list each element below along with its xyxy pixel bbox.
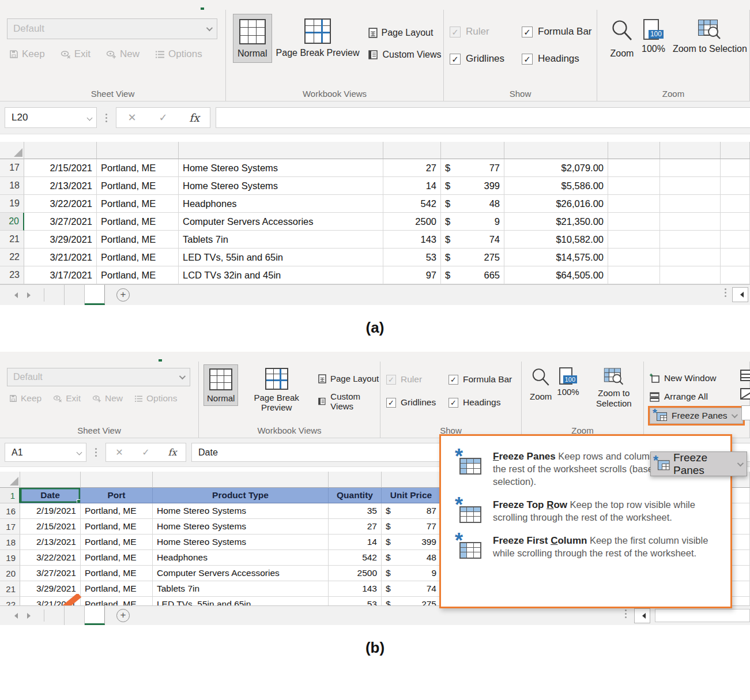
column-header[interactable] bbox=[179, 142, 383, 159]
column-header[interactable] bbox=[504, 142, 608, 159]
column-header[interactable] bbox=[97, 142, 179, 159]
cell-unit-price[interactable]: $275 bbox=[382, 597, 441, 605]
row-number[interactable]: 1 bbox=[0, 488, 20, 503]
cell-empty[interactable] bbox=[660, 266, 721, 284]
cell-header-product[interactable]: Product Type bbox=[153, 488, 329, 503]
cell-port[interactable]: Portland, ME bbox=[81, 535, 153, 550]
cell-unit-price[interactable]: $9 bbox=[382, 566, 441, 581]
row-number[interactable]: 16 bbox=[0, 503, 20, 519]
cell-port[interactable]: Portland, ME bbox=[81, 581, 153, 597]
row-number[interactable]: 20 bbox=[0, 566, 20, 581]
column-header[interactable] bbox=[608, 142, 660, 159]
keep-button[interactable]: Keep bbox=[9, 393, 42, 404]
hscroll-track[interactable] bbox=[655, 609, 750, 622]
cell-header-date[interactable]: Date bbox=[20, 488, 81, 503]
cell-product[interactable]: Computer Servers Accessories bbox=[153, 566, 329, 581]
cell-quantity[interactable]: 14 bbox=[329, 535, 382, 550]
cell-total[interactable]: $2,079.00 bbox=[504, 159, 608, 177]
cell-date[interactable]: 3/27/2021 bbox=[20, 566, 81, 581]
cell-date[interactable]: 2/19/2021 bbox=[20, 503, 81, 519]
cell-unit-price[interactable]: $48 bbox=[441, 195, 504, 213]
column-header[interactable] bbox=[329, 472, 382, 488]
ruler-checkbox[interactable]: Ruler bbox=[386, 374, 449, 385]
row-number[interactable]: 17 bbox=[0, 519, 20, 535]
options-button[interactable]: Options bbox=[155, 48, 202, 60]
cell-date[interactable]: 3/17/2021 bbox=[24, 266, 97, 284]
cell-quantity[interactable]: 2500 bbox=[329, 566, 382, 581]
cell-unit-price[interactable]: $48 bbox=[382, 550, 441, 566]
sheet-view-dropdown[interactable]: Default bbox=[7, 368, 190, 386]
new-sheet-view-button[interactable]: New bbox=[92, 393, 123, 404]
cell-quantity[interactable]: 27 bbox=[383, 159, 441, 177]
headings-checkbox[interactable]: Headings bbox=[522, 53, 597, 65]
row-number[interactable]: 22 bbox=[0, 597, 20, 605]
headings-checkbox[interactable]: Headings bbox=[449, 397, 521, 408]
zoom-button[interactable]: Zoom bbox=[610, 19, 634, 59]
cell-port[interactable]: Portland, ME bbox=[97, 213, 179, 231]
cell-product[interactable]: Home Stereo Systems bbox=[179, 177, 383, 195]
cell-port[interactable]: Portland, ME bbox=[81, 597, 153, 605]
cell-unit-price[interactable]: $9 bbox=[441, 213, 504, 231]
sheet-tab[interactable] bbox=[85, 606, 105, 625]
column-header[interactable] bbox=[383, 142, 441, 159]
row-number[interactable]: 20 bbox=[0, 213, 24, 231]
cell-port[interactable]: Portland, ME bbox=[97, 266, 179, 284]
cell-empty[interactable] bbox=[608, 266, 660, 284]
ruler-checkbox[interactable]: Ruler bbox=[450, 26, 522, 37]
column-header[interactable] bbox=[660, 142, 721, 159]
cell-total[interactable]: $5,586.00 bbox=[504, 177, 608, 195]
row-number[interactable]: 18 bbox=[0, 535, 20, 550]
tab-scroll-right-icon[interactable] bbox=[27, 613, 33, 619]
cell-unit-price[interactable]: $665 bbox=[441, 266, 504, 284]
cell-port[interactable]: Portland, ME bbox=[97, 249, 179, 266]
cell-header-unit-price[interactable]: Unit Price bbox=[382, 488, 441, 503]
column-header[interactable] bbox=[441, 142, 504, 159]
normal-view-button[interactable]: Normal bbox=[233, 14, 272, 63]
cell-date[interactable]: 3/29/2021 bbox=[24, 231, 97, 249]
page-break-preview-button[interactable]: Page Break Preview bbox=[238, 364, 315, 415]
cell-product[interactable]: LCD TVs 32in and 45in bbox=[179, 266, 383, 284]
row-number[interactable]: 19 bbox=[0, 195, 24, 213]
cell-date[interactable]: 2/15/2021 bbox=[20, 519, 81, 535]
gridlines-checkbox[interactable]: Gridlines bbox=[450, 53, 522, 65]
formula-input[interactable] bbox=[216, 107, 750, 128]
cell-date[interactable]: 3/27/2021 bbox=[24, 213, 97, 231]
insert-function-icon[interactable]: fx bbox=[179, 111, 210, 124]
cell-quantity[interactable]: 35 bbox=[329, 503, 382, 519]
cell-unit-price[interactable]: $399 bbox=[441, 177, 504, 195]
cell-port[interactable]: Portland, ME bbox=[97, 159, 179, 177]
custom-views-button[interactable]: Custom Views bbox=[318, 392, 380, 411]
new-sheet-view-button[interactable]: New bbox=[106, 48, 140, 60]
cell-product[interactable]: Headphones bbox=[179, 195, 383, 213]
zoom-button[interactable]: Zoom bbox=[530, 367, 552, 402]
page-break-preview-button[interactable]: Page Break Preview bbox=[272, 14, 364, 62]
zoom-100-button[interactable]: 100 100% bbox=[642, 19, 665, 54]
cell-port[interactable]: Portland, ME bbox=[81, 519, 153, 535]
cell-product[interactable]: Computer Servers Accessories bbox=[179, 213, 383, 231]
cell-product[interactable]: Home Stereo Systems bbox=[153, 535, 329, 550]
tab-scroll-left-icon[interactable] bbox=[12, 613, 18, 619]
formula-bar-checkbox[interactable]: Formula Bar bbox=[522, 26, 597, 37]
name-box[interactable]: L20 bbox=[5, 107, 97, 128]
cell-port[interactable]: Portland, ME bbox=[97, 195, 179, 213]
cell-unit-price[interactable]: $74 bbox=[382, 581, 441, 597]
cell-product[interactable]: Tablets 7in bbox=[179, 231, 383, 249]
cell-product[interactable]: Home Stereo Systems bbox=[153, 519, 329, 535]
confirm-entry-icon[interactable]: ✓ bbox=[133, 447, 159, 458]
cell-unit-price[interactable]: $77 bbox=[382, 519, 441, 535]
freeze-panes-button[interactable]: Freeze Panes bbox=[650, 408, 743, 424]
cell-quantity[interactable]: 2500 bbox=[383, 213, 441, 231]
tab-scroll-left-icon[interactable] bbox=[12, 292, 18, 298]
drag-dots-icon[interactable] bbox=[725, 292, 726, 293]
gridlines-checkbox[interactable]: Gridlines bbox=[386, 397, 449, 408]
cell-quantity[interactable]: 27 bbox=[329, 519, 382, 535]
cell-quantity[interactable]: 143 bbox=[383, 231, 441, 249]
cancel-entry-icon[interactable]: ✕ bbox=[106, 447, 133, 458]
new-sheet-button[interactable] bbox=[116, 609, 130, 622]
keep-button[interactable]: Keep bbox=[9, 48, 45, 60]
cell-empty[interactable] bbox=[660, 249, 721, 266]
confirm-entry-icon[interactable]: ✓ bbox=[148, 111, 179, 124]
cell-empty[interactable] bbox=[608, 249, 660, 266]
column-header[interactable] bbox=[81, 472, 153, 488]
split-icon[interactable] bbox=[740, 370, 750, 381]
